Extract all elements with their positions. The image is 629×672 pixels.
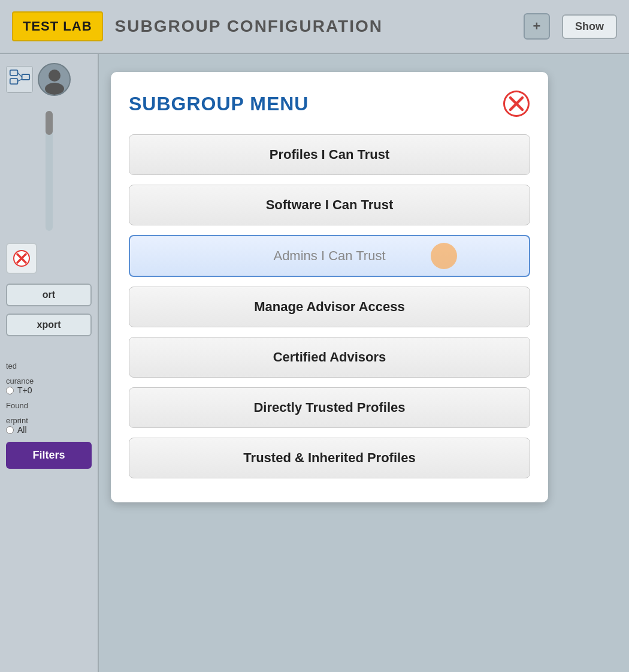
scrollbar-thumb[interactable]	[46, 111, 53, 135]
directly-trusted-label: Directly Trusted Profiles	[253, 400, 405, 415]
diagram-icon	[9, 69, 31, 91]
xport-button[interactable]: xport	[6, 314, 92, 336]
fingerprint-label: erprint	[6, 416, 92, 425]
svg-rect-1	[10, 79, 17, 84]
diagram-icon-box	[6, 66, 33, 93]
manage-advisor-button[interactable]: Manage Advisor Access	[129, 287, 530, 327]
certified-advisors-button[interactable]: Certified Advisors	[129, 337, 530, 378]
admins-trust-button[interactable]: Admins I Can Trust	[129, 235, 530, 277]
show-button[interactable]: Show	[562, 14, 617, 39]
admins-trust-label: Admins I Can Trust	[273, 248, 385, 263]
hover-cursor-indicator	[431, 243, 457, 269]
certified-advisors-label: Certified Advisors	[273, 349, 386, 364]
manage-advisor-label: Manage Advisor Access	[254, 299, 404, 314]
menu-buttons-list: Profiles I Can Trust Software I Can Trus…	[129, 134, 530, 478]
radio-row: T+0	[6, 385, 92, 395]
sidebar-icons-row	[6, 63, 92, 96]
svg-rect-2	[22, 74, 29, 80]
svg-point-5	[49, 70, 61, 82]
trusted-inherited-button[interactable]: Trusted & Inherited Profiles	[129, 438, 530, 478]
svg-point-6	[45, 83, 64, 95]
all-label: All	[17, 425, 27, 435]
scrollbar-container	[6, 111, 92, 231]
found-label: Found	[6, 401, 92, 410]
software-trust-label: Software I Can Trust	[266, 197, 394, 212]
subgroup-menu-card: SUBGROUP MENU Profiles I Can Trust Softw…	[111, 72, 548, 502]
directly-trusted-button[interactable]: Directly Trusted Profiles	[129, 387, 530, 428]
scrollbar[interactable]	[46, 111, 53, 231]
card-title: SUBGROUP MENU	[129, 93, 309, 115]
top-bar: TEST LAB SUBGROUP CONFIGURATION + Show	[0, 0, 629, 54]
delete-button[interactable]	[6, 243, 37, 274]
filter-button[interactable]: Filters	[6, 442, 92, 469]
sidebar: ort xport ted curance T+0 Found erprint …	[0, 54, 99, 672]
close-button[interactable]	[503, 90, 530, 117]
t0-label: T+0	[17, 385, 32, 395]
avatar-svg	[40, 65, 69, 95]
svg-line-4	[17, 79, 22, 82]
profiles-trust-label: Profiles I Can Trust	[270, 147, 390, 162]
card-header: SUBGROUP MENU	[129, 90, 530, 117]
export-button[interactable]: ort	[6, 284, 92, 306]
main-area: ort xport ted curance T+0 Found erprint …	[0, 54, 629, 672]
action-buttons-row	[6, 243, 92, 274]
close-icon	[503, 90, 530, 117]
trusted-label: ted	[6, 361, 92, 370]
content-area: SUBGROUP MENU Profiles I Can Trust Softw…	[99, 54, 629, 672]
all-radio-row: All	[6, 425, 92, 435]
t0-radio[interactable]	[6, 387, 14, 394]
page-title: SUBGROUP CONFIGURATION	[115, 17, 512, 36]
all-radio[interactable]	[6, 426, 14, 434]
sidebar-info: ted curance T+0 Found erprint All	[6, 355, 92, 435]
test-lab-badge: TEST LAB	[12, 11, 103, 41]
software-trust-button[interactable]: Software I Can Trust	[129, 185, 530, 225]
x-circle-icon	[12, 249, 31, 268]
assurance-label: curance	[6, 376, 92, 385]
add-button[interactable]: +	[524, 13, 550, 40]
avatar	[38, 63, 71, 96]
svg-line-3	[17, 73, 22, 77]
trusted-inherited-label: Trusted & Inherited Profiles	[243, 450, 415, 465]
profiles-trust-button[interactable]: Profiles I Can Trust	[129, 134, 530, 175]
svg-rect-0	[10, 70, 17, 75]
